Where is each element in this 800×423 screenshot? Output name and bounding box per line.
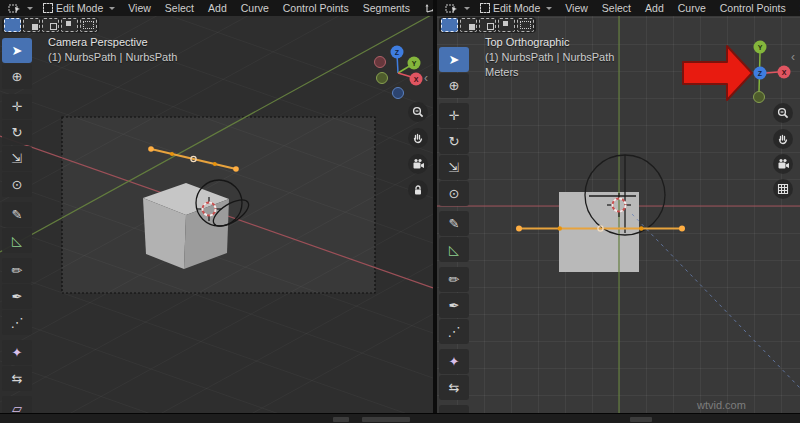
region-collapse-icon[interactable]: ‹	[791, 52, 795, 62]
tool-extrude[interactable]: ⋰	[439, 319, 469, 344]
viewport-canvas[interactable]: Z Y X Camera Perspective (1) NurbsPath |…	[0, 16, 433, 413]
tool-measure[interactable]: ◺	[439, 237, 469, 262]
tool-tilt[interactable]: ✦	[2, 340, 32, 365]
tool-move[interactable]: ✛	[2, 94, 32, 119]
tool-curve-pen[interactable]: ✒	[2, 284, 32, 309]
mode-selector[interactable]: Edit Mode	[476, 1, 556, 15]
editor-type-button[interactable]	[441, 2, 474, 15]
menu-item[interactable]: View	[558, 1, 595, 15]
select-mode-extend[interactable]	[23, 18, 40, 32]
menu-item[interactable]: Segments	[793, 1, 800, 15]
tool-transform[interactable]: ⊙	[2, 172, 32, 197]
cube-object[interactable]	[559, 192, 639, 272]
lock-icon	[412, 184, 424, 196]
select-mode-new[interactable]	[441, 18, 458, 32]
tool-cursor[interactable]: ⊕	[439, 73, 469, 98]
menu-item[interactable]: View	[121, 1, 158, 15]
tool-measure[interactable]: ◺	[2, 228, 32, 253]
gizmo-neg-y[interactable]	[754, 92, 765, 103]
tool-transform[interactable]: ⊙	[439, 181, 469, 206]
grid-icon	[777, 183, 789, 195]
select-mode-subtract[interactable]	[42, 18, 59, 32]
tool-rotate[interactable]: ↻	[2, 120, 32, 145]
tool-move[interactable]: ✛	[439, 103, 469, 128]
tool-scale[interactable]: ⇲	[439, 155, 469, 180]
tool-rotate[interactable]: ↻	[439, 129, 469, 154]
camera-view-button[interactable]	[773, 154, 793, 174]
select-mode-difference[interactable]	[61, 18, 78, 32]
gizmo-neg-x[interactable]	[375, 57, 386, 68]
editor-3d-viewport-icon	[445, 3, 458, 14]
tool-randomize[interactable]: ⇆	[439, 375, 469, 400]
editor-3d-viewport-icon	[8, 3, 21, 14]
edit-mode-icon	[480, 3, 490, 13]
tool-curve-pen[interactable]: ✒	[439, 293, 469, 318]
gizmo-neg-z[interactable]	[393, 88, 404, 99]
tool-extrude[interactable]: ⋰	[2, 310, 32, 335]
navigation-gizmo[interactable]: Z Y X	[375, 46, 423, 99]
chevron-down-icon	[464, 7, 470, 10]
chevron-down-icon	[109, 7, 115, 10]
menu-item[interactable]: Curve	[234, 1, 276, 15]
tool-draw[interactable]: ✏	[439, 267, 469, 292]
perspective-toggle-button[interactable]	[773, 179, 793, 199]
zoom-button[interactable]	[773, 103, 793, 123]
tool-randomize[interactable]: ⇆	[2, 366, 32, 391]
menu-item[interactable]: Control Points	[276, 1, 356, 15]
menu-item[interactable]: Add	[638, 1, 671, 15]
menu-item[interactable]: Curve	[671, 1, 713, 15]
tool-select-box[interactable]: ➤	[439, 47, 469, 72]
svg-text:X: X	[414, 76, 419, 83]
tool-scale[interactable]: ⇲	[2, 146, 32, 171]
tool-shear[interactable]: ▱	[2, 396, 32, 413]
editor-type-button[interactable]	[4, 2, 37, 15]
zoom-button[interactable]	[408, 102, 428, 122]
menu-item[interactable]: Select	[158, 1, 201, 15]
tool-select-box[interactable]: ➤	[2, 38, 32, 63]
lock-view-button[interactable]	[408, 180, 428, 200]
strip-chip	[630, 417, 652, 422]
select-mode-difference[interactable]	[498, 18, 515, 32]
tool-cursor[interactable]: ⊕	[2, 64, 32, 89]
tool-annotate[interactable]: ✎	[2, 202, 32, 227]
gizmo-neg-y[interactable]	[377, 73, 388, 84]
tool-tilt[interactable]: ✦	[439, 349, 469, 374]
navigation-gizmo[interactable]: Y X Z	[754, 41, 791, 103]
mode-label: Edit Mode	[56, 2, 103, 14]
select-mode-intersect[interactable]	[517, 18, 534, 32]
viewport-header: Edit Mode ViewSelectAddCurveControl Poin…	[0, 0, 433, 16]
svg-text:Z: Z	[758, 70, 763, 77]
nurbs-path[interactable]	[516, 226, 685, 232]
mode-selector[interactable]: Edit Mode	[39, 1, 119, 15]
menu-item[interactable]: Select	[595, 1, 638, 15]
camera-icon	[412, 158, 425, 170]
menu-item[interactable]: Add	[201, 1, 234, 15]
menu-item[interactable]: Control Points	[713, 1, 793, 15]
magnifier-icon	[412, 106, 424, 118]
chevron-down-icon	[546, 7, 552, 10]
tool-draw[interactable]: ✏	[2, 258, 32, 283]
region-collapse-icon[interactable]: ‹	[424, 73, 428, 83]
pan-button[interactable]	[773, 129, 793, 149]
tool-shear[interactable]: ▱	[439, 405, 469, 413]
svg-text:Y: Y	[758, 44, 763, 51]
viewport-canvas[interactable]: Y X Z Top Orthographic (1) NurbsPath | N…	[437, 16, 800, 413]
viewport-camera-perspective: Edit Mode ViewSelectAddCurveControl Poin…	[0, 0, 433, 413]
select-mode-intersect[interactable]	[80, 18, 97, 32]
camera-dashed-line	[632, 214, 800, 388]
select-mode-subtract[interactable]	[479, 18, 496, 32]
watermark: wtvid.com	[697, 399, 746, 411]
tool-annotate[interactable]: ✎	[439, 211, 469, 236]
menu-item[interactable]: Segments	[356, 1, 417, 15]
camera-view-button[interactable]	[408, 154, 428, 174]
svg-text:X: X	[782, 69, 787, 76]
pan-button[interactable]	[408, 128, 428, 148]
hand-icon	[412, 132, 424, 144]
viewport-top-orthographic: Edit Mode ViewSelectAddCurveControl Poin…	[437, 0, 800, 413]
select-mode-extend[interactable]	[460, 18, 477, 32]
select-mode-new[interactable]	[4, 18, 21, 32]
blender-window: Edit Mode ViewSelectAddCurveControl Poin…	[0, 0, 800, 423]
transform-orientation-selector[interactable]: Global	[421, 1, 433, 15]
svg-text:Z: Z	[395, 49, 400, 56]
hand-icon	[777, 133, 789, 145]
